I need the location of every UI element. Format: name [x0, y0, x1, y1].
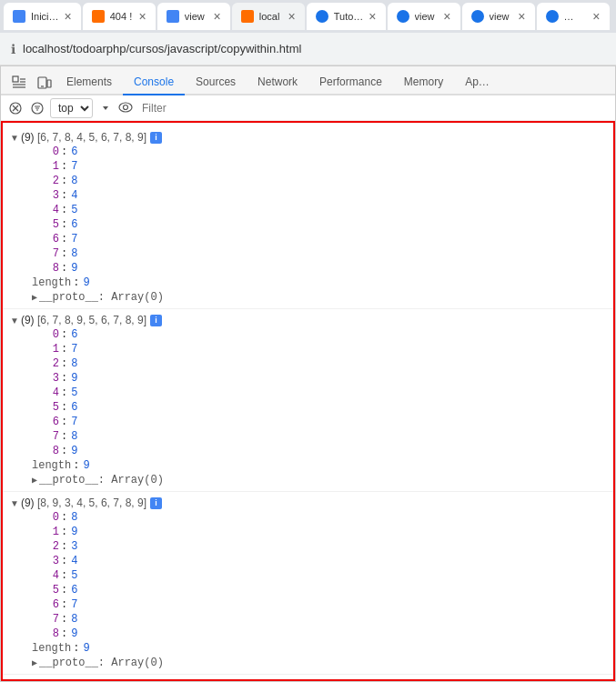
console-filter-toggle[interactable] — [28, 99, 46, 117]
array-count-2: (9) — [21, 314, 37, 326]
eager-eval-toggle[interactable] — [118, 101, 133, 115]
console-prompt[interactable]: > — [3, 675, 613, 681]
info-badge-2: i — [150, 315, 162, 326]
dropdown-arrow-button[interactable] — [96, 99, 115, 117]
address-url: localhost/todoarphp/cursos/javascript/co… — [23, 42, 301, 55]
tab-8[interactable]: … × — [537, 3, 610, 30]
array-header-2[interactable]: ▼ (9) [6, 7, 8, 9, 5, 6, 7, 8, 9] i — [3, 313, 613, 327]
console-filter-input[interactable] — [136, 100, 610, 116]
array-header-3[interactable]: ▼ (9) [8, 9, 3, 4, 5, 6, 7, 8, 9] i — [3, 496, 613, 510]
tab-7[interactable]: view × — [462, 3, 535, 30]
tab-sources[interactable]: Sources — [185, 70, 247, 95]
browser-tabs: Inici… × 404 ! × view × local × Tuto… × … — [0, 0, 616, 33]
tab-favicon-4 — [241, 10, 254, 23]
console-clear-button[interactable] — [6, 99, 25, 117]
tab-network[interactable]: Network — [247, 70, 308, 95]
tab-label-1: Inici… — [31, 11, 59, 22]
entry-8-3: 8:9 — [32, 627, 613, 641]
tab-5[interactable]: Tuto… × — [307, 3, 386, 30]
entry-4-2: 4:5 — [32, 386, 613, 400]
array-preview-2: [6, 7, 8, 9, 5, 6, 7, 8, 9] — [37, 314, 146, 326]
array-header-1[interactable]: ▼ (9) [6, 7, 8, 4, 5, 6, 7, 8, 9] i — [3, 130, 613, 145]
prompt-arrow: > — [10, 678, 16, 681]
devtools-tabs-bar: Elements Console Sources Network Perform… — [1, 66, 615, 95]
tab-performance[interactable]: Performance — [308, 70, 393, 95]
tab-close-3[interactable]: × — [214, 10, 221, 23]
expand-triangle-2: ▼ — [10, 316, 19, 326]
tab-label-3: view — [185, 11, 208, 22]
entry-0-3: 0:8 — [32, 510, 613, 525]
length-entry-3: length:9 — [32, 641, 613, 656]
tab-close-6[interactable]: × — [443, 10, 450, 23]
entry-5-3: 5:6 — [32, 583, 613, 597]
proto-row-2[interactable]: ▶ __proto__: Array(0) — [3, 473, 613, 487]
info-badge-3: i — [150, 497, 162, 509]
length-entry-2: length:9 — [32, 458, 613, 473]
tab-close-5[interactable]: × — [369, 10, 376, 23]
entry-2-3: 2:3 — [32, 539, 613, 554]
entry-3-2: 3:9 — [32, 371, 613, 386]
context-select[interactable]: top — [50, 98, 93, 118]
svg-rect-6 — [47, 80, 51, 87]
entry-4-1: 4:5 — [32, 203, 613, 217]
tab-close-8[interactable]: × — [592, 10, 600, 23]
tab-3[interactable]: view × — [157, 3, 230, 30]
proto-row-3[interactable]: ▶ __proto__: Array(0) — [3, 656, 613, 670]
tab-favicon-5 — [316, 10, 328, 23]
proto-text-2: __proto__: Array(0) — [39, 474, 164, 486]
entry-7-1: 7:8 — [32, 246, 613, 261]
entry-7-3: 7:8 — [32, 612, 613, 627]
entry-4-3: 4:5 — [32, 568, 613, 583]
tab-4[interactable]: local × — [232, 3, 305, 30]
entry-0-2: 0:6 — [32, 327, 613, 342]
entry-1-3: 1:9 — [32, 525, 613, 539]
entry-6-1: 6:7 — [32, 232, 613, 246]
tab-console[interactable]: Console — [123, 70, 185, 95]
array-entries-2: 0:6 1:7 2:8 3:9 4:5 5:6 6:7 — [3, 327, 613, 473]
tab-label-8: … — [564, 11, 588, 22]
svg-marker-15 — [103, 106, 108, 110]
entry-6-3: 6:7 — [32, 597, 613, 612]
entry-5-2: 5:6 — [32, 400, 613, 415]
tab-favicon-2 — [92, 10, 105, 23]
devtools-panel: Elements Console Sources Network Perform… — [0, 65, 616, 682]
array-entries-1: 0:6 1:7 2:8 3:4 4:5 5:6 6:7 — [3, 145, 613, 290]
tab-6[interactable]: view × — [388, 3, 460, 30]
tab-close-7[interactable]: × — [518, 10, 525, 23]
proto-row-1[interactable]: ▶ __proto__: Array(0) — [3, 290, 613, 305]
tab-label-6: view — [415, 11, 439, 22]
tab-favicon-8 — [546, 10, 559, 23]
array-preview-3: [8, 9, 3, 4, 5, 6, 7, 8, 9] — [37, 496, 146, 509]
entry-0-1: 0:6 — [32, 145, 613, 159]
svg-point-16 — [119, 103, 132, 112]
device-toggle-button[interactable] — [34, 72, 56, 94]
tab-elements[interactable]: Elements — [56, 70, 123, 95]
entry-1-2: 1:7 — [32, 342, 613, 356]
proto-text-1: __proto__: Array(0) — [39, 291, 164, 304]
entry-2-1: 2:8 — [32, 174, 613, 188]
address-bar: ℹ localhost/todoarphp/cursos/javascript/… — [0, 33, 616, 65]
tab-memory[interactable]: Memory — [393, 70, 454, 95]
entry-5-1: 5:6 — [32, 217, 613, 232]
array-block-2: ▼ (9) [6, 7, 8, 9, 5, 6, 7, 8, 9] i 0:6 … — [3, 309, 613, 492]
tab-application[interactable]: Ap… — [454, 70, 500, 95]
inspect-element-button[interactable] — [8, 72, 30, 94]
array-entries-3: 0:8 1:9 2:3 3:4 4:5 5:6 6:7 — [3, 510, 613, 656]
tab-close-1[interactable]: × — [65, 10, 72, 23]
tab-label-4: local — [259, 11, 283, 22]
console-output: ▼ (9) [6, 7, 8, 4, 5, 6, 7, 8, 9] i 0:6 … — [1, 121, 615, 681]
tab-2[interactable]: 404 ! × — [83, 3, 156, 30]
tab-favicon-7 — [471, 10, 484, 23]
entry-1-1: 1:7 — [32, 159, 613, 174]
array-block-1: ▼ (9) [6, 7, 8, 4, 5, 6, 7, 8, 9] i 0:6 … — [3, 126, 613, 309]
tab-close-4[interactable]: × — [288, 10, 296, 23]
array-count-1: (9) — [21, 131, 37, 144]
console-bar: top — [1, 95, 615, 121]
entry-3-1: 3:4 — [32, 188, 613, 203]
tab-close-2[interactable]: × — [139, 10, 146, 23]
tab-1[interactable]: Inici… × — [4, 3, 81, 30]
tab-label-2: 404 ! — [110, 11, 134, 22]
tab-favicon-6 — [397, 10, 409, 23]
expand-triangle-3: ▼ — [10, 498, 19, 508]
entry-6-2: 6:7 — [32, 415, 613, 429]
